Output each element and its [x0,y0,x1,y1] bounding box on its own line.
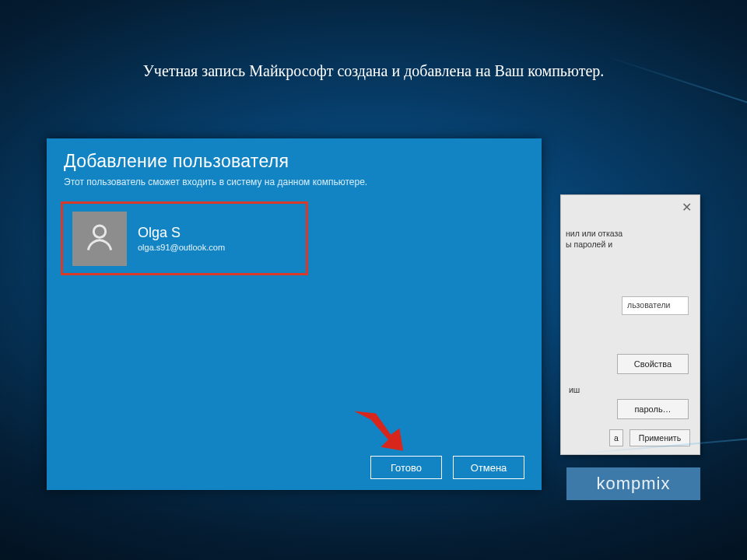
user-info: Olga S olga.s91@outlook.com [138,225,225,252]
cancel-button[interactable]: Отмена [453,456,524,479]
person-icon [82,220,117,257]
user-card: Olga S olga.s91@outlook.com [61,201,308,275]
svg-point-0 [93,225,105,236]
panel-title: Добавление пользователя [47,138,542,177]
bg-text-fragment-2: иш [569,385,580,394]
svg-marker-1 [354,411,403,450]
avatar [72,212,127,266]
users-field[interactable]: льзователи [622,296,689,315]
close-icon[interactable]: ✕ [682,200,692,215]
screenshot-stage: ✕ нил или отказа ы паролей и льзователи … [47,138,700,500]
panel-actions: Готово Отмена [370,456,524,479]
password-button[interactable]: пароль… [617,399,689,419]
add-user-panel: Добавление пользователя Этот пользовател… [47,138,542,490]
apply-button[interactable]: Применить [630,429,690,446]
done-button[interactable]: Готово [370,456,442,479]
properties-button[interactable]: Свойства [617,354,689,374]
pointer-arrow-icon [349,406,416,456]
bg-text-fragment: нил или отказа ы паролей и [566,228,622,250]
watermark: kompmix [566,467,700,500]
bg-button-a[interactable]: а [609,429,623,446]
user-accounts-dialog: ✕ нил или отказа ы паролей и льзователи … [560,194,700,455]
user-name: Olga S [138,225,225,241]
slide-caption: Учетная запись Майкрософт создана и доба… [0,62,747,80]
panel-subtitle: Этот пользователь сможет входить в систе… [47,177,542,198]
user-email: olga.s91@outlook.com [138,243,225,252]
